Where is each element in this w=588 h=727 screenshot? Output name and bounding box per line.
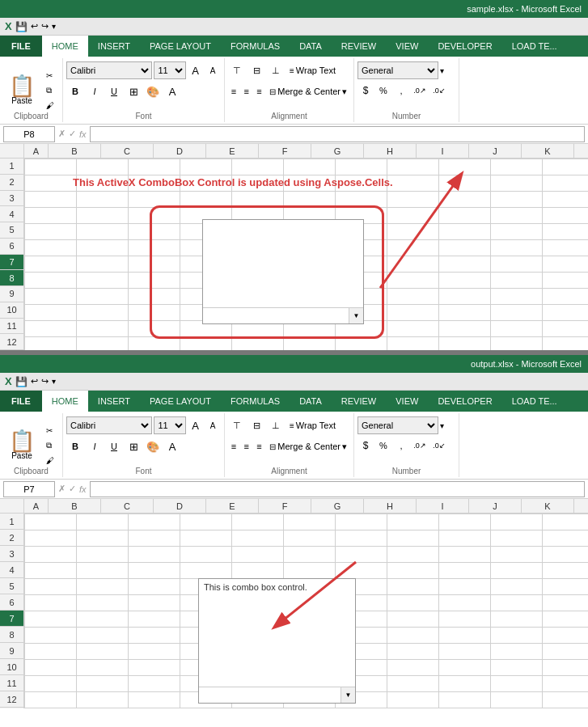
tab-insert-1[interactable]: INSERT xyxy=(88,36,140,57)
tab-view-2[interactable]: VIEW xyxy=(386,391,428,412)
clipboard-label-2: Clipboard xyxy=(0,467,62,476)
paste-button-1[interactable]: 📋 Paste xyxy=(3,66,40,116)
mid-align-1[interactable]: ⊟ xyxy=(247,61,265,79)
increase-font-1[interactable]: A xyxy=(188,61,204,79)
decrease-font-1[interactable]: A xyxy=(205,61,221,79)
bot-align-1[interactable]: ⊥ xyxy=(267,61,285,79)
fill-color-1[interactable]: 🎨 xyxy=(144,82,162,100)
font-color-1[interactable]: A xyxy=(163,82,181,100)
col-j-1: J xyxy=(469,144,522,158)
tab-review-1[interactable]: REVIEW xyxy=(332,36,386,57)
tab-review-2[interactable]: REVIEW xyxy=(332,391,386,412)
increase-font-2[interactable]: A xyxy=(188,416,204,434)
tab-home-2[interactable]: HOME xyxy=(42,391,88,412)
mid-align-2[interactable]: ⊟ xyxy=(247,416,265,434)
borders-button-2[interactable]: ⊞ xyxy=(125,437,142,455)
customize-icon-2[interactable]: ▾ xyxy=(52,377,56,386)
tab-formulas-1[interactable]: FORMULAS xyxy=(221,36,290,57)
underline-button-2[interactable]: U xyxy=(105,437,123,455)
dec-decrease-2[interactable]: .0↙ xyxy=(430,437,448,454)
tab-loadte-1[interactable]: LOAD TE... xyxy=(502,36,567,57)
tab-developer-1[interactable]: DEVELOPER xyxy=(428,36,501,57)
percent-btn-2[interactable]: % xyxy=(375,437,391,454)
tab-insert-2[interactable]: INSERT xyxy=(88,391,140,412)
italic-button-1[interactable]: I xyxy=(86,82,104,100)
combo-dropdown-btn-top[interactable]: ▼ xyxy=(349,308,363,323)
combo-box-top[interactable]: ▼ xyxy=(202,219,364,324)
number-format-arrow-2[interactable]: ▾ xyxy=(440,421,444,430)
save-icon-2[interactable]: 💾 xyxy=(15,376,27,387)
tab-data-1[interactable]: DATA xyxy=(290,36,332,57)
tab-file-1[interactable]: FILE xyxy=(0,36,42,57)
size-select-2[interactable]: 11 xyxy=(154,416,185,434)
bold-button-1[interactable]: B xyxy=(66,82,84,100)
size-select-1[interactable]: 11 xyxy=(154,61,185,79)
wrap-text-2[interactable]: ≡ Wrap Text xyxy=(286,419,339,432)
combo-box-bottom[interactable]: This is combo box control. ▼ xyxy=(198,578,356,704)
top-align-1[interactable]: ⊤ xyxy=(228,61,246,79)
undo-icon-2[interactable]: ↩ xyxy=(31,376,38,387)
wrap-text-1[interactable]: ≡ Wrap Text xyxy=(286,64,339,77)
bot-align-2[interactable]: ⊥ xyxy=(267,416,285,434)
cell-ref-2[interactable] xyxy=(3,481,55,497)
top-align-2[interactable]: ⊤ xyxy=(228,416,246,434)
align-row2-1: ≡ ≡ ≡ ⊟ Merge & Center ▾ xyxy=(228,82,350,100)
tab-pagelayout-2[interactable]: PAGE LAYOUT xyxy=(140,391,221,412)
tab-view-1[interactable]: VIEW xyxy=(386,36,428,57)
tab-data-2[interactable]: DATA xyxy=(290,391,332,412)
merge-center-2[interactable]: ⊟ Merge & Center ▾ xyxy=(266,440,350,454)
merge-center-1[interactable]: ⊟ Merge & Center ▾ xyxy=(266,85,350,99)
redo-icon-2[interactable]: ↪ xyxy=(41,376,49,387)
tab-file-2[interactable]: FILE xyxy=(0,391,42,412)
formula-icon-1: ✗ xyxy=(58,129,66,139)
comma-btn-2[interactable]: , xyxy=(393,437,409,454)
comma-btn-1[interactable]: , xyxy=(393,82,409,99)
excel-app: sample.xlsx - Microsoft Excel X 💾 ↩ ↪ ▾ … xyxy=(0,0,588,727)
tab-loadte-2[interactable]: LOAD TE... xyxy=(502,391,567,412)
fill-color-2[interactable]: 🎨 xyxy=(144,437,162,455)
format-painter-button-1[interactable]: 🖌 xyxy=(42,99,58,112)
align-left-1[interactable]: ≡ xyxy=(228,82,239,100)
tab-pagelayout-1[interactable]: PAGE LAYOUT xyxy=(140,36,221,57)
bold-button-2[interactable]: B xyxy=(66,437,84,455)
tab-developer-2[interactable]: DEVELOPER xyxy=(428,391,501,412)
currency-btn-1[interactable]: $ xyxy=(357,82,374,99)
paste-button-2[interactable]: 📋 Paste xyxy=(3,421,40,471)
italic-button-2[interactable]: I xyxy=(86,437,104,455)
align-center-1[interactable]: ≡ xyxy=(241,82,252,100)
align-left-2[interactable]: ≡ xyxy=(228,437,239,455)
align-right-1[interactable]: ≡ xyxy=(254,82,265,100)
undo-icon[interactable]: ↩ xyxy=(31,21,38,32)
borders-button-1[interactable]: ⊞ xyxy=(125,82,142,100)
formula-input-2[interactable] xyxy=(90,481,585,497)
percent-btn-1[interactable]: % xyxy=(375,82,391,99)
redo-icon[interactable]: ↪ xyxy=(41,21,49,32)
number-format-arrow-1[interactable]: ▾ xyxy=(440,66,444,75)
save-icon[interactable]: 💾 xyxy=(15,21,27,32)
decrease-font-2[interactable]: A xyxy=(205,416,221,434)
copy-button-2[interactable]: ⧉ xyxy=(42,438,58,453)
dec-decrease-1[interactable]: .0↙ xyxy=(430,82,448,99)
font-select-1[interactable]: Calibri xyxy=(66,61,152,79)
align-right-2[interactable]: ≡ xyxy=(254,437,265,455)
formula-input-1[interactable] xyxy=(90,126,585,142)
dec-increase-1[interactable]: .0↗ xyxy=(411,82,429,99)
currency-btn-2[interactable]: $ xyxy=(357,437,374,454)
dec-increase-2[interactable]: .0↗ xyxy=(411,437,429,454)
copy-button-1[interactable]: ⧉ xyxy=(42,83,58,98)
combo-dropdown-btn-bottom[interactable]: ▼ xyxy=(341,687,355,703)
customize-icon[interactable]: ▾ xyxy=(52,22,56,31)
format-painter-button-2[interactable]: 🖌 xyxy=(42,454,58,467)
tab-formulas-2[interactable]: FORMULAS xyxy=(221,391,290,412)
number-format-1[interactable]: General xyxy=(357,61,438,79)
cell-ref-1[interactable] xyxy=(3,126,55,142)
cut-button-2[interactable]: ✂ xyxy=(42,424,58,437)
underline-button-1[interactable]: U xyxy=(105,82,123,100)
font-row1-1: Calibri 11 A A xyxy=(66,61,221,79)
align-center-2[interactable]: ≡ xyxy=(241,437,252,455)
tab-home-1[interactable]: HOME xyxy=(42,36,88,57)
font-color-2[interactable]: A xyxy=(163,437,181,455)
font-select-2[interactable]: Calibri xyxy=(66,416,152,434)
number-format-2[interactable]: General xyxy=(357,416,438,434)
cut-button-1[interactable]: ✂ xyxy=(42,69,58,82)
